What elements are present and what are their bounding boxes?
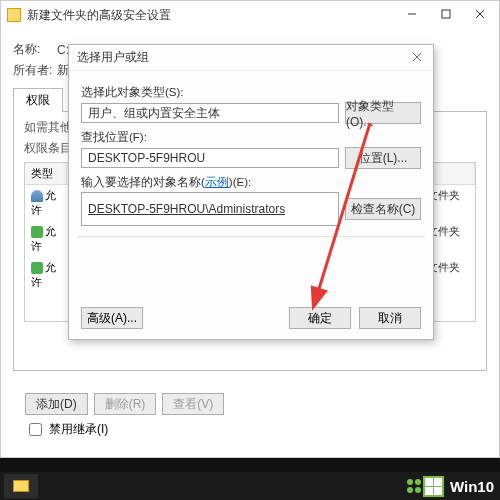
user-icon [31,190,43,202]
object-type-field[interactable] [81,103,339,123]
cancel-button[interactable]: 取消 [359,307,421,329]
object-types-button[interactable]: 对象类型(O)... [345,102,421,124]
location-field[interactable] [81,148,339,168]
window-title: 新建文件夹的高级安全设置 [27,7,171,24]
advanced-button[interactable]: 高级(A)... [81,307,143,329]
svg-rect-0 [442,10,450,18]
watermark-text: Win10 [450,478,494,495]
locations-button[interactable]: 位置(L)... [345,147,421,169]
close-button[interactable] [463,3,497,25]
watermark: Win10 [407,472,494,500]
disable-inherit-label: 禁用继承(I) [49,421,108,438]
minimize-button[interactable] [395,3,429,25]
add-button[interactable]: 添加(D) [25,393,88,415]
window-title-bar: 新建文件夹的高级安全设置 [1,1,499,29]
object-names-label: 输入要选择的对象名称(示例)(E): [81,175,421,190]
dialog-close-button[interactable] [405,48,429,66]
view-button[interactable]: 查看(V) [162,393,224,415]
taskbar: Win10 [0,472,500,500]
taskbar-shadow [0,458,500,472]
owner-label: 所有者: [13,62,57,79]
taskbar-explorer[interactable] [4,474,38,498]
check-names-button[interactable]: 检查名称(C) [345,198,421,220]
disable-inherit-checkbox[interactable] [29,423,42,436]
folder-icon [13,480,29,492]
object-names-field[interactable] [81,192,339,226]
dialog-title: 选择用户或组 [77,49,149,66]
watermark-logo-icon [407,476,444,497]
select-user-group-dialog: 选择用户或组 选择此对象类型(S): 对象类型(O)... 查找位置(F): 位… [68,44,434,340]
name-label: 名称: [13,41,57,58]
remove-button[interactable]: 删除(R) [94,393,157,415]
col-type[interactable]: 类型 [25,163,67,184]
location-label: 查找位置(F): [81,130,421,145]
maximize-button[interactable] [429,3,463,25]
example-link[interactable]: 示例 [205,176,229,188]
tab-permissions[interactable]: 权限 [13,88,63,112]
ok-button[interactable]: 确定 [289,307,351,329]
group-icon [31,262,43,274]
folder-icon [7,8,21,22]
group-icon [31,226,43,238]
